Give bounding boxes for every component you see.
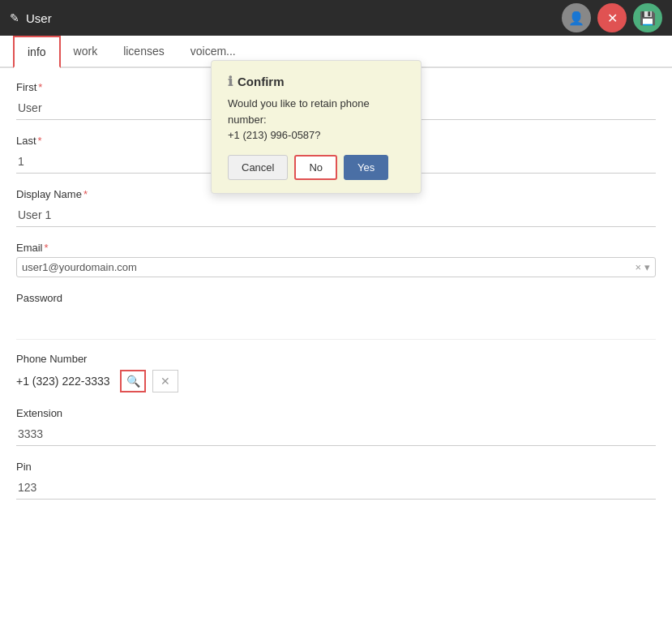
dialog-title-text: Confirm — [238, 75, 285, 88]
dialog-title: ℹ Confirm — [228, 74, 404, 89]
dialog-info-icon: ℹ — [228, 74, 233, 89]
close-button[interactable]: ✕ — [597, 3, 627, 32]
dialog-no-button[interactable]: No — [294, 155, 337, 180]
header: ✎ User 👤 ✕ 💾 — [0, 0, 672, 36]
page-title: User — [26, 11, 52, 25]
dialog-phone: +1 (213) 996-0587? — [228, 129, 321, 141]
dialog-actions: Cancel No Yes — [228, 155, 404, 180]
dialog-message: Would you like to retain phone number: +… — [228, 96, 404, 144]
dialog-overlay: ℹ Confirm Would you like to retain phone… — [0, 36, 672, 639]
header-actions: 👤 ✕ 💾 — [562, 3, 662, 32]
edit-icon: ✎ — [10, 11, 19, 24]
main-content: info work licenses voicem... First* Last… — [0, 36, 672, 639]
header-title: ✎ User — [10, 11, 52, 25]
save-button[interactable]: 💾 — [633, 3, 662, 32]
dialog-yes-button[interactable]: Yes — [344, 155, 388, 180]
dialog-cancel-button[interactable]: Cancel — [228, 155, 288, 180]
confirm-dialog: ℹ Confirm Would you like to retain phone… — [211, 60, 422, 194]
avatar-button[interactable]: 👤 — [562, 3, 591, 32]
